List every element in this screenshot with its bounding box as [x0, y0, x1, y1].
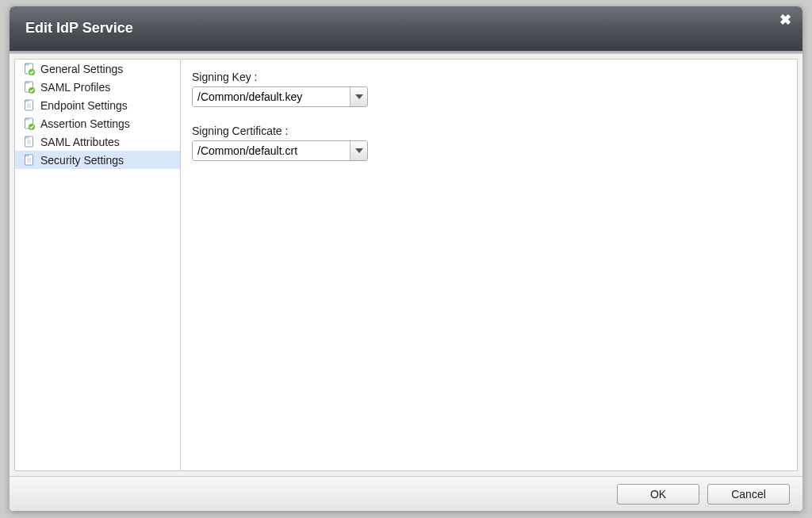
sidebar-item-label: SAML Attributes	[40, 136, 120, 148]
sidebar-item-general-settings[interactable]: General Settings	[15, 59, 180, 78]
dialog: Edit IdP Service ✖ General Settings	[10, 6, 802, 511]
page-icon	[23, 99, 36, 112]
signing-key-input[interactable]	[193, 87, 350, 106]
sidebar-item-label: General Settings	[40, 63, 123, 75]
signing-key-combo[interactable]	[192, 86, 368, 107]
page-done-icon	[23, 81, 36, 94]
signing-key-label: Signing Key :	[192, 71, 786, 83]
label-text: Signing Certificate	[192, 125, 282, 137]
page-icon	[23, 154, 36, 167]
close-icon[interactable]: ✖	[777, 13, 793, 29]
ok-button[interactable]: OK	[617, 484, 699, 505]
sidebar-item-saml-profiles[interactable]: SAML Profiles	[15, 78, 180, 96]
cancel-button[interactable]: Cancel	[707, 484, 790, 505]
sidebar-item-assertion-settings[interactable]: Assertion Settings	[15, 114, 180, 132]
sidebar-item-saml-attributes[interactable]: SAML Attributes	[15, 132, 180, 151]
sidebar-item-endpoint-settings[interactable]: Endpoint Settings	[15, 96, 180, 114]
sidebar-item-label: Endpoint Settings	[40, 99, 128, 112]
svg-marker-18	[355, 94, 363, 99]
chevron-down-icon[interactable]	[350, 141, 367, 160]
page-done-icon	[23, 117, 36, 130]
sidebar: General Settings SAML Profiles	[14, 59, 181, 471]
content-panel: Signing Key : Signing Certificate :	[181, 59, 798, 471]
signing-cert-input[interactable]	[193, 141, 350, 160]
page-icon	[23, 136, 36, 148]
dialog-body: General Settings SAML Profiles	[10, 54, 802, 476]
sidebar-item-label: Security Settings	[40, 154, 124, 167]
page-done-icon	[23, 63, 36, 75]
signing-cert-label: Signing Certificate :	[192, 125, 786, 137]
chevron-down-icon[interactable]	[350, 87, 367, 106]
form-row-signing-key: Signing Key :	[192, 71, 786, 107]
sidebar-item-label: Assertion Settings	[40, 117, 130, 130]
dialog-title: Edit IdP Service	[25, 20, 133, 36]
dialog-footer: OK Cancel	[10, 476, 802, 511]
form-row-signing-cert: Signing Certificate :	[192, 125, 786, 161]
signing-cert-combo[interactable]	[192, 140, 368, 161]
label-text: Signing Key	[192, 71, 251, 83]
svg-marker-19	[355, 148, 363, 153]
sidebar-item-label: SAML Profiles	[40, 81, 110, 94]
titlebar: Edit IdP Service ✖	[10, 6, 802, 51]
sidebar-item-security-settings[interactable]: Security Settings	[15, 151, 180, 169]
